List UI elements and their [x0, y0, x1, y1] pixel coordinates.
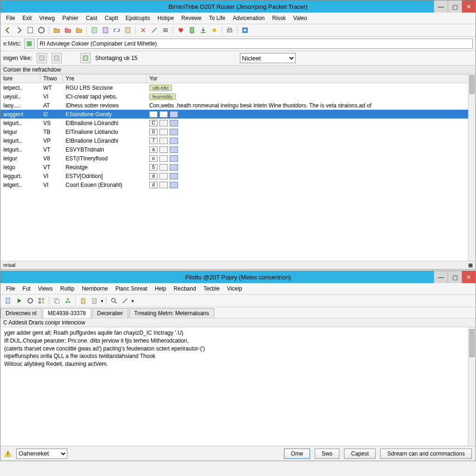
swo-button[interactable]: Swo	[315, 449, 339, 459]
col-yre[interactable]: Yre	[63, 74, 146, 83]
maximize-button-b[interactable]: ▢	[448, 271, 462, 283]
table-row[interactable]: letgurV8EST(ITIneryfloodo	[0, 154, 476, 163]
table-row[interactable]: letgurt..VSEIBnallone LGirandhiC	[0, 119, 476, 127]
table-row[interactable]: laoy.....ATIDhess sotter reviowsCon,webs…	[0, 101, 476, 110]
titlebar-bottom[interactable]: Pilstto @20T Popry (Metec consertrion) —…	[0, 271, 476, 283]
copy-icon[interactable]	[52, 296, 61, 305]
minimize-button-b[interactable]: —	[434, 271, 448, 283]
play-icon[interactable]	[14, 296, 24, 305]
sheet3-icon[interactable]	[123, 26, 132, 35]
menu-b-tecble[interactable]: Tecble	[200, 284, 224, 293]
table-row[interactable]: leggurt.VIESTV[Odrition]d	[0, 172, 476, 180]
search-icon[interactable]	[109, 296, 119, 305]
menu-revewe[interactable]: Revewe	[178, 13, 205, 23]
menu-exit[interactable]: Exit	[19, 13, 35, 23]
maximize-button[interactable]: ▢	[448, 0, 462, 13]
menu-view[interactable]: Vrewg	[35, 13, 59, 23]
table-row[interactable]: letgoVTReoistge5	[0, 163, 476, 172]
cut-icon[interactable]	[139, 26, 148, 35]
titlebar[interactable]: BiminiTribe D20T Router (Jesorrping Pack…	[0, 0, 476, 13]
stop-icon[interactable]	[26, 296, 35, 305]
heart-icon[interactable]	[176, 26, 185, 35]
folder3-icon[interactable]	[74, 26, 84, 35]
new-doc-icon[interactable]	[26, 26, 35, 35]
folder2-icon[interactable]	[63, 26, 73, 35]
addr-icon[interactable]	[24, 39, 34, 49]
forward-icon[interactable]	[14, 26, 24, 35]
status-icon[interactable]: ▦	[468, 262, 473, 268]
col-lore[interactable]: lore	[0, 74, 40, 83]
wand2-icon[interactable]	[120, 296, 130, 305]
menu-help[interactable]: Hobpe	[154, 13, 178, 23]
tab-me4938[interactable]: ME4938-33378	[43, 308, 91, 318]
sun-icon[interactable]	[210, 26, 219, 35]
address-input[interactable]	[37, 39, 473, 49]
minimize-button[interactable]: —	[434, 0, 448, 13]
log-scrollbar[interactable]	[468, 327, 476, 461]
entries-grid[interactable]: lore Thwo Yre Yor letpect..WTRGU LRS Sic…	[0, 74, 476, 261]
log-area[interactable]: yger adder gent all; Roath puffgurdes aq…	[0, 327, 476, 461]
nicleet-dropdown[interactable]: Nicleet	[240, 53, 296, 63]
table-row[interactable]: letpect..WTRGU LRS Siccisneulb-tdic	[0, 83, 476, 92]
table-row[interactable]: letgurt..VTESVYBTridnalna	[0, 145, 476, 154]
tab-drivecneo[interactable]: Drivecneo nl	[0, 308, 42, 318]
list-icon[interactable]	[161, 26, 170, 35]
link-icon[interactable]	[112, 26, 121, 35]
menu-b-rultip[interactable]: Rultip	[56, 284, 78, 293]
close-button[interactable]: ✕	[462, 0, 476, 13]
close-button-b[interactable]: ✕	[462, 271, 476, 283]
menu-b-nemborne[interactable]: Nemborne	[78, 284, 112, 293]
circle-icon[interactable]	[37, 26, 46, 35]
table-row[interactable]: letgert..VICoorl Eouen (Elronahl)d	[0, 180, 476, 189]
menu-advicenation[interactable]: Advicenation	[229, 13, 269, 23]
opt-btn-2[interactable]	[52, 53, 62, 63]
export-icon[interactable]	[198, 26, 208, 35]
opt-btn-3[interactable]	[80, 53, 91, 63]
menu-rissk[interactable]: Rissk	[269, 13, 290, 23]
menu-captt[interactable]: Captt	[101, 13, 122, 23]
paste-icon[interactable]	[79, 296, 88, 305]
menu-b-file[interactable]: File	[2, 284, 19, 293]
menu-epolcupts[interactable]: Epolcupts	[122, 13, 154, 23]
wand-icon[interactable]	[150, 26, 159, 35]
col-yor[interactable]: Yor	[146, 74, 472, 83]
svg-rect-17	[42, 298, 44, 300]
grid-icon[interactable]	[37, 296, 46, 305]
back-icon[interactable]	[3, 26, 13, 35]
capest-button[interactable]: Capest	[344, 449, 376, 459]
menu-b-vicelp[interactable]: Vicelp	[223, 284, 245, 293]
menu-b-help[interactable]: Help	[151, 284, 170, 293]
sheet2-icon[interactable]	[101, 26, 110, 35]
menu-pahier[interactable]: Pahier	[59, 13, 82, 23]
sheet-icon[interactable]	[90, 26, 99, 35]
opt-btn-1[interactable]	[37, 53, 47, 63]
table-row[interactable]: letgurt..VPEIBnallone LGirandhi7	[0, 136, 476, 145]
oaheneket-dropdown[interactable]: Oaheneket	[16, 449, 67, 459]
menu-b-views[interactable]: Views	[34, 284, 57, 293]
ome-button[interactable]: Ome	[284, 449, 310, 459]
doc-green-icon[interactable]	[187, 26, 197, 35]
table-row[interactable]: anggentI2ESsindlone GondyD	[0, 110, 476, 119]
table-row[interactable]: letgurTBElTinalione Liótianclo0	[0, 127, 476, 136]
tab-deceraber[interactable]: Deceraber	[92, 308, 128, 318]
window-title-bottom: Pilstto @20T Popry (Metec consertrion)	[185, 274, 291, 281]
tree-icon[interactable]	[63, 296, 73, 305]
col-thwo[interactable]: Thwo	[40, 74, 63, 83]
add-icon[interactable]	[240, 26, 250, 35]
menu-b-fut[interactable]: Fut	[19, 284, 34, 293]
menu-cast[interactable]: Cast	[82, 13, 101, 23]
menu-tolife[interactable]: To Life	[205, 13, 229, 23]
menu-b-recband[interactable]: Recband	[170, 284, 200, 293]
menu-b-planc[interactable]: Planc Snreat	[112, 284, 151, 293]
vertical-scrollbar[interactable]	[468, 74, 476, 261]
table-row[interactable]: ueysil..VIICI-creatr tapd yiebs.fesmidil…	[0, 92, 476, 101]
folder-icon[interactable]	[52, 26, 61, 35]
paste2-icon[interactable]	[90, 296, 99, 305]
tab-treating[interactable]: Trreating Metrn: Meternaloans	[129, 308, 214, 318]
menu-file[interactable]: File	[2, 13, 19, 23]
doc-icon[interactable]	[3, 296, 13, 305]
menu-valeo[interactable]: Valeo	[290, 13, 311, 23]
print-icon[interactable]	[225, 26, 234, 35]
addr-label: e:Metc:	[3, 40, 21, 47]
sdrearn-button[interactable]: Sdrearn can and cormmactions	[380, 449, 472, 459]
